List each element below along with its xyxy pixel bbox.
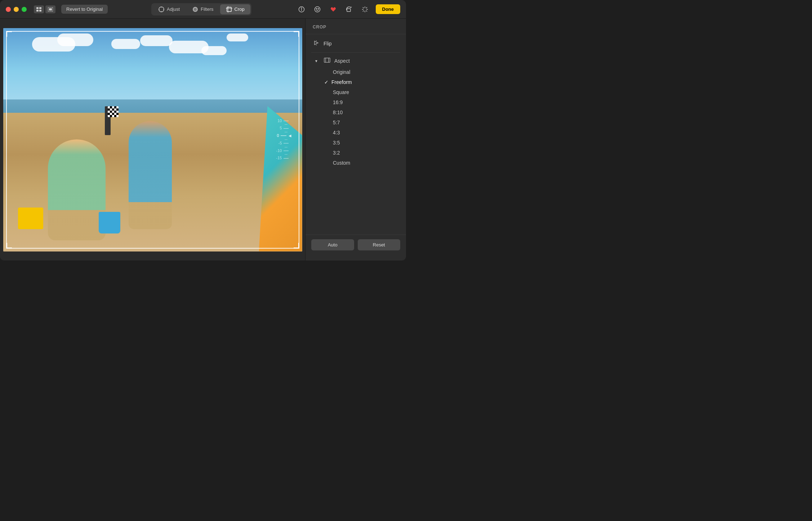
aspect-custom-label: Custom xyxy=(333,160,350,166)
aspect-option-square[interactable]: Square xyxy=(305,87,406,97)
svg-rect-22 xyxy=(347,9,351,12)
main-content: 10 5 0 ◀ xyxy=(0,19,406,260)
cloud xyxy=(111,39,140,49)
aspect-option-8-10[interactable]: 8:10 xyxy=(305,107,406,117)
figure-child-left xyxy=(48,139,106,240)
aspect-option-3-5[interactable]: 3:5 xyxy=(305,138,406,148)
svg-point-18 xyxy=(301,8,302,8)
close-button[interactable] xyxy=(6,7,11,12)
emoji-button[interactable] xyxy=(311,4,324,15)
svg-rect-2 xyxy=(36,10,39,12)
sidebar-spacer xyxy=(305,168,406,235)
cloud xyxy=(57,34,93,46)
aspect-16-9-label: 16:9 xyxy=(333,99,343,105)
dial-tick-neg10: -10 xyxy=(275,147,289,155)
svg-point-21 xyxy=(318,8,318,9)
auto-button[interactable]: Auto xyxy=(311,239,354,250)
flip-icon xyxy=(313,40,320,48)
sidebar-footer: Auto Reset xyxy=(305,235,406,255)
aspect-option-freeform[interactable]: ✓ Freeform xyxy=(305,77,406,87)
favorite-button[interactable] xyxy=(327,4,340,15)
flip-label: Flip xyxy=(324,41,332,46)
info-button[interactable] xyxy=(295,4,308,15)
crop-button[interactable]: Crop xyxy=(220,4,250,14)
fullscreen-button[interactable] xyxy=(45,5,55,13)
aspect-freeform-label: Freeform xyxy=(331,79,352,85)
svg-point-6 xyxy=(159,7,164,12)
svg-rect-1 xyxy=(39,7,41,9)
svg-rect-3 xyxy=(39,10,41,12)
revert-button[interactable]: Revert to Original xyxy=(61,5,108,14)
aspect-icon xyxy=(324,57,331,64)
window-controls xyxy=(34,5,55,13)
maximize-button[interactable] xyxy=(22,7,27,12)
toy-bucket-yellow xyxy=(18,208,43,229)
aspect-option-3-2[interactable]: 3:2 xyxy=(305,148,406,158)
done-button[interactable]: Done xyxy=(376,4,401,14)
toy-bucket-blue xyxy=(99,212,120,233)
dial-tick-10: 10 xyxy=(275,117,289,125)
svg-rect-0 xyxy=(36,7,39,9)
rotation-dial[interactable]: 10 5 0 ◀ xyxy=(272,117,291,162)
divider xyxy=(311,52,400,53)
aspect-option-4-3[interactable]: 4:3 xyxy=(305,128,406,138)
svg-point-20 xyxy=(316,8,317,9)
aspect-original-label: Original xyxy=(333,69,350,75)
svg-line-27 xyxy=(363,7,364,8)
filters-label: Filters xyxy=(201,6,213,12)
aspect-3-5-label: 3:5 xyxy=(333,140,340,146)
titlebar: Revert to Original Adjust Filters xyxy=(0,0,406,19)
minimize-button[interactable] xyxy=(14,7,19,12)
svg-rect-32 xyxy=(324,58,330,62)
aspect-4-3-label: 4:3 xyxy=(333,130,340,135)
photo-container: 10 5 0 ◀ xyxy=(3,28,302,251)
aspect-label: Aspect xyxy=(334,58,350,64)
svg-line-30 xyxy=(363,10,364,12)
aspect-option-16-9[interactable]: 16:9 xyxy=(305,97,406,107)
aspect-option-original[interactable]: Original xyxy=(305,67,406,77)
dial-arrow: ◀ xyxy=(289,133,291,139)
sidebar: CROP Flip ▼ Aspect xyxy=(305,19,406,260)
dial-tick-neg15: -15 xyxy=(275,155,289,162)
photo xyxy=(3,28,302,251)
cloud xyxy=(140,35,173,46)
sidebar-title: CROP xyxy=(305,25,406,34)
svg-rect-13 xyxy=(227,7,231,12)
photo-area: 10 5 0 ◀ xyxy=(0,19,305,260)
aspect-option-custom[interactable]: Custom xyxy=(305,158,406,168)
svg-line-28 xyxy=(366,10,367,12)
reset-button[interactable]: Reset xyxy=(358,239,401,250)
aspect-expand-icon: ▼ xyxy=(313,59,320,63)
aspect-5-7-label: 5:7 xyxy=(333,120,340,125)
aspect-3-2-label: 3:2 xyxy=(333,150,340,156)
dial-tick-5: 5 xyxy=(275,125,289,132)
svg-rect-5 xyxy=(49,8,52,10)
traffic-lights xyxy=(6,7,27,12)
aspect-option-5-7[interactable]: 5:7 xyxy=(305,117,406,128)
crop-label: Crop xyxy=(235,6,245,12)
thumbnail-view-button[interactable] xyxy=(34,5,44,13)
aspect-options-list: Original ✓ Freeform Square 16:9 8:10 5:7 xyxy=(305,67,406,168)
svg-point-19 xyxy=(314,6,320,12)
aspect-header[interactable]: ▼ Aspect xyxy=(305,55,406,67)
aspect-square-label: Square xyxy=(333,89,349,95)
magic-button[interactable] xyxy=(358,4,371,15)
toolbar-center: Adjust Filters Crop xyxy=(151,3,251,15)
dial-tick-0: 0 ◀ xyxy=(272,132,291,139)
svg-point-12 xyxy=(194,8,197,11)
adjust-button[interactable]: Adjust xyxy=(152,4,186,14)
figure-child-right xyxy=(129,121,172,229)
cloud xyxy=(201,46,227,55)
rotate-button[interactable] xyxy=(343,4,356,15)
aspect-8-10-label: 8:10 xyxy=(333,110,343,115)
adjust-label: Adjust xyxy=(167,6,180,12)
checkmark-icon: ✓ xyxy=(324,79,329,85)
cloud xyxy=(227,34,248,41)
dial-tick-neg5: -5 xyxy=(275,140,289,147)
filters-button[interactable]: Filters xyxy=(186,4,219,14)
svg-line-29 xyxy=(366,7,367,8)
flag xyxy=(108,106,119,117)
flip-item[interactable]: Flip xyxy=(305,37,406,50)
